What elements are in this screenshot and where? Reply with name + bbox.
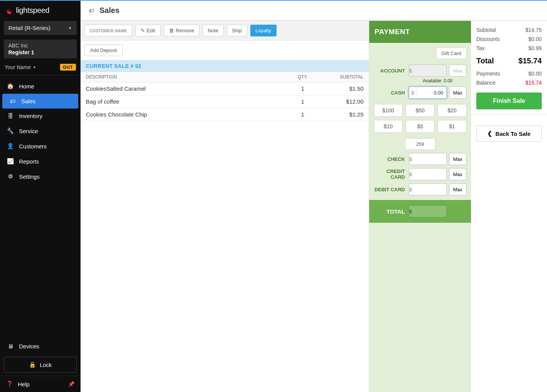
lock-icon: 🔒 [29, 361, 36, 368]
divider [471, 115, 547, 115]
line-desc: Cookies Chocolate Chip [86, 111, 288, 118]
nav-sales[interactable]: 🏷 Sales [2, 94, 78, 109]
line-subtotal: $12.00 [318, 98, 364, 105]
payments-label: Payments [476, 71, 500, 77]
lock-button[interactable]: 🔒 Lock [4, 357, 77, 373]
company-name: ABC Inc [8, 43, 72, 49]
question-icon: ❓ [6, 381, 13, 387]
total-amount [412, 206, 447, 217]
table-row[interactable]: Cookies Chocolate Chip 1 $1.25 [81, 108, 369, 121]
debit-input[interactable]: $ [409, 183, 447, 195]
price-tag-icon: 🏷 [89, 8, 94, 14]
main-nav: 🏠 Home 🏷 Sales 🗄 Inventory 🔧 Service 👤 C… [0, 76, 81, 336]
credit-amount[interactable] [412, 168, 447, 180]
check-label: CHECK [374, 156, 406, 162]
account-label: ACCOUNT [374, 68, 406, 74]
gear-icon: ⚙ [7, 173, 14, 180]
quick-100[interactable]: $100 [374, 104, 403, 117]
pin-icon[interactable]: 📌 [68, 381, 74, 387]
line-desc: Bag of coffee [86, 98, 288, 105]
ship-button[interactable]: Ship [227, 25, 247, 36]
sale-lines: CookiesSalted Caramel 1 $1.50Bag of coff… [81, 82, 369, 121]
cash-input[interactable]: $ 0.00 [409, 87, 447, 99]
line-subtotal: $1.25 [318, 111, 364, 118]
quick-cash-grid: $100 $50 $20 $10 $5 $1 [374, 104, 466, 133]
company-block[interactable]: ABC Inc Register 1 [4, 39, 77, 58]
sale-table-header: DESCRIPTION QTY. SUBTOTAL [81, 72, 369, 82]
nav-inventory[interactable]: 🗄 Inventory [0, 109, 81, 123]
help-button[interactable]: ❓ Help [6, 381, 30, 387]
customer-name-button[interactable]: CUSTOMER NAME [84, 25, 132, 36]
back-to-sale-button[interactable]: ❮ Back To Sale [476, 126, 542, 142]
check-input[interactable]: $ [409, 153, 447, 165]
discounts-label: Discounts [476, 36, 500, 42]
quick-20[interactable]: $20 [438, 104, 466, 117]
credit-label: CREDIT CARD [374, 168, 406, 180]
nav-home[interactable]: 🏠 Home [0, 79, 81, 94]
line-qty: 1 [288, 98, 318, 105]
finish-sale-button[interactable]: Finish Sale [476, 93, 542, 109]
balance-label: Balance [476, 80, 496, 86]
balance-value: $15.74 [525, 80, 542, 86]
nav-devices[interactable]: 🖥 Devices [0, 339, 81, 354]
quick-1[interactable]: $1 [438, 120, 466, 133]
cash-label: CASH [374, 90, 406, 96]
col-subtotal: SUBTOTAL [318, 74, 364, 80]
cash-amount[interactable]: 0.00 [433, 90, 444, 96]
nav-reports[interactable]: 📈 Reports [0, 154, 81, 169]
nav-settings[interactable]: ⚙ Settings [0, 169, 81, 184]
page-title: Sales [100, 6, 119, 15]
total-input: $ [409, 205, 447, 217]
chevron-left-icon: ❮ [487, 130, 492, 137]
total-value: $15.74 [519, 57, 542, 65]
table-row[interactable]: CookiesSalted Caramel 1 $1.50 [81, 82, 369, 95]
check-max-button[interactable]: Max [449, 153, 466, 165]
flame-icon [5, 6, 14, 15]
credit-max-button[interactable]: Max [449, 168, 466, 180]
chevron-down-icon: ▼ [68, 26, 72, 30]
check-amount[interactable] [412, 153, 447, 165]
summary-column: Subtotal$14.75 Discounts$0.00 Tax$0.99 T… [471, 21, 547, 392]
status-badge-out[interactable]: OUT [60, 64, 76, 71]
note-button[interactable]: Note [202, 25, 223, 36]
quick-25c[interactable]: 25¢ [405, 138, 436, 150]
table-row[interactable]: Bag of coffee 1 $12.00 [81, 95, 369, 108]
quick-10[interactable]: $10 [374, 120, 403, 133]
loyalty-button[interactable]: Loyalty [250, 25, 277, 36]
payment-total-row: TOTAL $ [369, 200, 471, 223]
total-label: TOTAL [374, 208, 406, 215]
pencil-icon: ✎ [141, 28, 145, 33]
sale-column: CUSTOMER NAME ✎Edit 🗑Remove Note Ship Lo… [81, 21, 369, 392]
logo: lightspeed [0, 1, 81, 19]
archive-icon: 🗄 [7, 113, 14, 119]
line-desc: CookiesSalted Caramel [86, 85, 288, 92]
user-name[interactable]: Your Name ▾ [5, 64, 36, 70]
quick-50[interactable]: $50 [406, 104, 435, 117]
account-input: $ [409, 65, 447, 77]
credit-input[interactable]: $ [409, 168, 447, 180]
payment-header: PAYMENT [369, 21, 471, 43]
debit-label: DEBIT CARD [374, 187, 406, 192]
edit-button[interactable]: ✎Edit [135, 25, 160, 36]
devices-icon: 🖥 [7, 343, 14, 349]
nav-service[interactable]: 🔧 Service [0, 123, 81, 139]
remove-button[interactable]: 🗑Remove [164, 25, 199, 36]
home-icon: 🏠 [7, 83, 14, 90]
user-row: Your Name ▾ OUT [0, 58, 81, 76]
payments-value: $0.00 [528, 71, 542, 77]
subtotal-label: Subtotal [476, 27, 496, 33]
logo-text: lightspeed [16, 6, 49, 15]
gift-card-button[interactable]: Gift Card [436, 47, 466, 59]
tax-label: Tax [476, 45, 485, 51]
quick-5[interactable]: $5 [406, 120, 435, 133]
add-deposit-button[interactable]: Add Deposit [84, 44, 123, 56]
cash-max-button[interactable]: Max [449, 87, 466, 99]
product-selector[interactable]: Retail (R-Series) ▼ [4, 21, 77, 35]
nav-customers[interactable]: 👤 Customers [0, 139, 81, 154]
register-name: Register 1 [8, 49, 72, 55]
debit-max-button[interactable]: Max [449, 183, 466, 195]
page-header: 🏷 Sales [81, 1, 547, 20]
product-selector-label: Retail (R-Series) [8, 25, 51, 31]
line-qty: 1 [288, 85, 318, 92]
debit-amount[interactable] [412, 184, 447, 195]
